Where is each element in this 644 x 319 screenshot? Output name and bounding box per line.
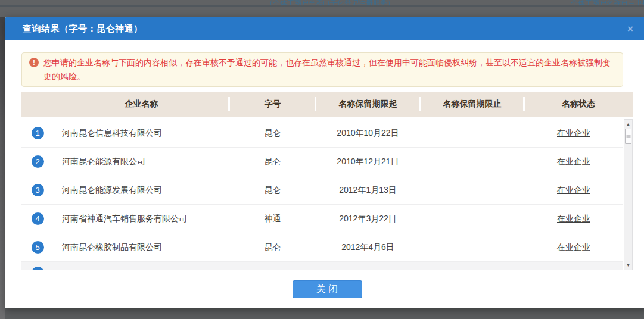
backdrop-left-shade <box>0 0 5 319</box>
obscured-background-text-right: 个体工商户名称自主申报 <box>571 0 644 8</box>
table-row: 2 河南昆仑能源有限公司 昆仑 2010年12月21日 在业企业 <box>21 148 623 176</box>
header-name-status: 名称状态 <box>524 92 633 117</box>
row-number-badge: 2 <box>32 155 44 168</box>
header-number-column <box>21 92 54 117</box>
status-link[interactable]: 在业企业 <box>557 214 590 224</box>
dialog-footer: 关 闭 <box>21 270 633 308</box>
table-body: 1 河南昆仑信息科技有限公司 昆仑 2010年10月22日 在业企业 2 河南昆… <box>21 117 633 270</box>
reserve-end-cell <box>420 119 524 147</box>
close-icon[interactable]: × <box>627 24 633 34</box>
reserve-start-cell: 2012年1月13日 <box>316 176 420 204</box>
result-table: 企业名称 字号 名称保留期限起 名称保留期限止 名称状态 1 河南昆仑信息科技有… <box>21 92 633 270</box>
backdrop-divider-line <box>0 5 644 7</box>
scrollbar-thumb[interactable] <box>625 129 631 144</box>
reserve-end-cell <box>420 148 524 176</box>
status-link[interactable]: 在业企业 <box>557 242 590 253</box>
dialog-title: 查询结果（字号：昆仑神通） <box>5 23 143 35</box>
company-name-cell: 河南省神通汽车销售服务有限公司 <box>54 205 229 233</box>
reserve-start-cell: 2012年4月6日 <box>316 233 420 261</box>
table-scrollbar[interactable]: ▲ ▼ <box>624 119 633 270</box>
company-name-cell: 河南昆仑信息科技有限公司 <box>54 119 229 147</box>
scrollbar-down-icon[interactable]: ▼ <box>624 261 632 269</box>
warning-box: ! 您申请的企业名称与下面的内容相似，存在审核不予通过的可能，也存在虽然审核通过… <box>21 52 623 87</box>
row-number-badge: 3 <box>32 184 44 196</box>
row-number-badge: 5 <box>32 241 44 254</box>
header-company-name: 企业名称 <box>54 92 229 117</box>
warning-text: 您申请的企业名称与下面的内容相似，存在审核不予通过的可能，也存在虽然审核通过，但… <box>43 58 611 81</box>
trade-name-cell: 神通 <box>229 205 316 233</box>
company-name-cell: 河南昆仑能源有限公司 <box>54 148 229 176</box>
query-result-dialog: 查询结果（字号：昆仑神通） × ! 您申请的企业名称与下面的内容相似，存在审核不… <box>5 17 644 308</box>
reserve-end-cell <box>420 233 524 261</box>
status-link[interactable]: 在业企业 <box>557 157 590 167</box>
reserve-start-cell: 2010年10月22日 <box>316 119 420 147</box>
status-link[interactable]: 在业企业 <box>557 185 590 196</box>
warning-icon: ! <box>29 58 39 67</box>
company-name-cell: 河南昆仑橡胶制品有限公司 <box>54 233 229 261</box>
reserve-start-cell: 2010年12月21日 <box>316 148 420 176</box>
company-name-cell: 河南昆仑能源发展有限公司 <box>54 176 229 204</box>
trade-name-cell: 昆仑 <box>229 148 316 176</box>
row-number-badge: 4 <box>32 212 44 225</box>
header-reserve-start: 名称保留期限起 <box>316 92 420 117</box>
dialog-header: 查询结果（字号：昆仑神通） × <box>5 17 644 40</box>
reserve-end-cell <box>420 176 524 204</box>
trade-name-cell: 昆仑 <box>229 176 316 204</box>
scrollbar-grip-icon <box>626 135 630 138</box>
status-link[interactable]: 在业企业 <box>557 128 590 139</box>
reserve-end-cell <box>420 205 524 233</box>
table-row: 4 河南省神通汽车销售服务有限公司 神通 2012年3月22日 在业企业 <box>21 205 623 233</box>
row-number-badge: 1 <box>32 127 44 139</box>
header-reserve-end: 名称保留期限止 <box>420 92 524 117</box>
trade-name-cell: 昆仑 <box>229 233 316 261</box>
dialog-body: ! 您申请的企业名称与下面的内容相似，存在审核不予通过的可能，也存在虽然审核通过… <box>21 40 633 308</box>
obscured-background-text-center: （个体工商户全程电子化登记注册服务） <box>266 0 394 8</box>
table-row: 3 河南昆仑能源发展有限公司 昆仑 2012年1月13日 在业企业 <box>21 176 623 205</box>
header-trade-name: 字号 <box>229 92 316 117</box>
table-row: 1 河南昆仑信息科技有限公司 昆仑 2010年10月22日 在业企业 <box>21 119 623 148</box>
close-button[interactable]: 关 闭 <box>293 280 362 298</box>
table-row-partial: 6 <box>21 262 623 270</box>
scrollbar-up-icon[interactable]: ▲ <box>624 120 632 128</box>
trade-name-cell: 昆仑 <box>229 119 316 147</box>
reserve-start-cell: 2012年3月22日 <box>316 205 420 233</box>
table-row: 5 河南昆仑橡胶制品有限公司 昆仑 2012年4月6日 在业企业 <box>21 233 623 262</box>
backdrop-top-strip: （个体工商户全程电子化登记注册服务） 个体工商户名称自主申报 <box>0 0 644 17</box>
table-header-row: 企业名称 字号 名称保留期限起 名称保留期限止 名称状态 <box>21 92 633 117</box>
